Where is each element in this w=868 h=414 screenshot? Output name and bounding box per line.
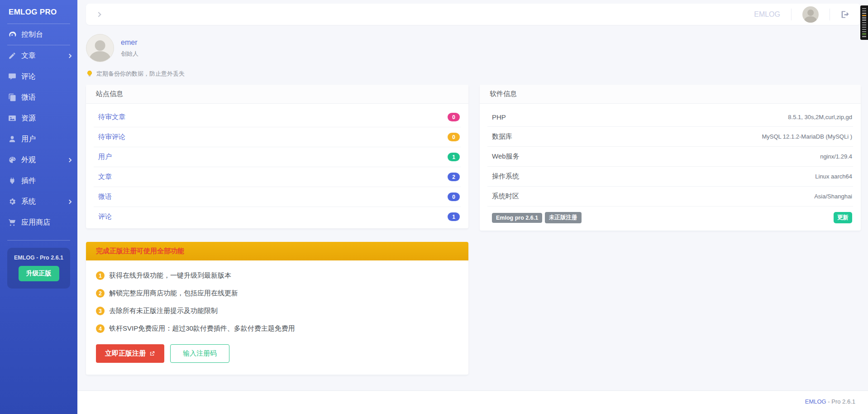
tip-text: 定期备份你的数据，防止意外丢失 — [96, 70, 185, 78]
upgrade-button[interactable]: 升级正版 — [19, 266, 59, 281]
media-icon — [8, 114, 16, 122]
sidebar-item-notes[interactable]: 微语 — [0, 87, 77, 108]
os-value: Linux aarch64 — [815, 173, 852, 180]
count-badge: 0 — [448, 133, 460, 141]
topbar-right: EMLOG — [754, 6, 850, 23]
site-info-title: 站点信息 — [86, 85, 468, 104]
sidebar-item-label: 资源 — [21, 114, 36, 123]
sidebar-item-articles[interactable]: 文章 — [0, 45, 77, 66]
site-info-row: 评论 1 — [94, 207, 461, 226]
benefit-item: 2 解锁完整应用商店功能，包括应用在线更新 — [96, 289, 458, 298]
software-info-row: 数据库 MySQL 12.1.2-MariaDB (MySQLi ) — [487, 127, 853, 147]
sidebar-item-system[interactable]: 系统 — [0, 191, 77, 212]
sidebar-item-label: 评论 — [21, 72, 36, 82]
sidebar-item-store[interactable]: 应用商店 — [0, 212, 77, 233]
topbar: EMLOG — [86, 4, 861, 25]
site-home-link[interactable]: EMLOG — [754, 10, 780, 19]
logout-icon[interactable] — [841, 10, 850, 19]
benefit-text: 获得在线升级功能，一键升级到最新版本 — [109, 271, 231, 280]
profile-block: emer 创始人 — [86, 34, 861, 62]
software-info-row: 操作系统 Linux aarch64 — [487, 167, 853, 187]
dashboard-icon — [8, 30, 16, 39]
sidebar-item-label: 控制台 — [21, 30, 43, 39]
upgrade-box: EMLOG - Pro 2.6.1 升级正版 — [7, 248, 70, 289]
app-logo: EMLOG PRO — [7, 0, 70, 24]
chevron-right-icon — [67, 53, 72, 58]
php-label: PHP — [492, 113, 506, 121]
pending-articles-link[interactable]: 待审文章 — [98, 113, 125, 121]
sidebar-item-label: 文章 — [21, 51, 36, 61]
benefit-number-badge: 2 — [96, 289, 105, 298]
register-now-button[interactable]: 立即正版注册 — [96, 344, 164, 363]
sidebar-item-plugins[interactable]: 插件 — [0, 170, 77, 191]
lightbulb-icon — [86, 70, 93, 77]
site-info-row: 用户 1 — [94, 147, 461, 167]
sidebar-item-users[interactable]: 用户 — [0, 129, 77, 149]
software-info-title: 软件信息 — [480, 85, 861, 104]
sidebar: EMLOG PRO 控制台 文章 评论 微语 资源 用 — [0, 0, 77, 414]
topbar-divider — [830, 9, 830, 20]
version-badges: Emlog pro 2.6.1 未正版注册 — [492, 212, 582, 223]
monitor-bars — [862, 8, 866, 37]
site-info-row: 文章 2 — [94, 167, 461, 187]
count-badge: 0 — [448, 113, 460, 121]
sidebar-footer: EMLOG - Pro 2.6.1 升级正版 — [7, 240, 70, 289]
users-link[interactable]: 用户 — [98, 153, 112, 161]
sidebar-item-label: 系统 — [21, 197, 36, 207]
timezone-value: Asia/Shanghai — [814, 193, 852, 200]
breadcrumb-chevron-icon — [96, 12, 101, 17]
footer-brand-link[interactable]: EMLOG — [805, 398, 826, 405]
comment-icon — [8, 72, 16, 81]
software-info-row: PHP 8.5.1, 30s,2M,curl,zip,gd — [487, 107, 853, 127]
store-icon — [8, 218, 16, 226]
profile-avatar[interactable] — [86, 34, 114, 62]
site-info-row: 待审文章 0 — [94, 107, 461, 127]
comments-link[interactable]: 评论 — [98, 212, 112, 221]
benefit-item: 3 去除所有未正版注册提示及功能限制 — [96, 307, 458, 315]
sidebar-item-comments[interactable]: 评论 — [0, 66, 77, 87]
benefit-item: 4 铁杆SVIP免费应用：超过30款付费插件、多款付费主题免费用 — [96, 324, 458, 333]
benefit-text: 去除所有未正版注册提示及功能限制 — [109, 307, 218, 315]
sidebar-item-dashboard[interactable]: 控制台 — [0, 24, 77, 45]
sidebar-item-appearance[interactable]: 外观 — [0, 149, 77, 170]
sidebar-item-label: 微语 — [21, 93, 36, 102]
username-link[interactable]: emer — [121, 39, 138, 47]
sidebar-version-label: EMLOG - Pro 2.6.1 — [12, 255, 66, 261]
appearance-icon — [8, 156, 16, 164]
activity-monitor-widget — [860, 5, 868, 40]
register-now-label: 立即正版注册 — [105, 349, 146, 358]
topbar-divider — [791, 9, 792, 20]
benefit-number-badge: 4 — [96, 324, 105, 333]
os-label: 操作系统 — [492, 172, 519, 181]
notes-link[interactable]: 微语 — [98, 193, 112, 201]
plugin-icon — [8, 177, 16, 185]
monitor-bar-orange — [862, 15, 866, 16]
timezone-label: 系统时区 — [492, 192, 519, 201]
notes-icon — [8, 93, 16, 101]
articles-link[interactable]: 文章 — [98, 173, 112, 181]
php-value: 8.5.1, 30s,2M,curl,zip,gd — [788, 114, 852, 120]
webserver-label: Web服务 — [492, 152, 520, 161]
sidebar-item-media[interactable]: 资源 — [0, 108, 77, 129]
update-badge[interactable]: 更新 — [834, 212, 852, 223]
license-status-badge: 未正版注册 — [545, 212, 582, 223]
sidebar-item-label: 插件 — [21, 176, 36, 186]
enter-code-button[interactable]: 输入注册码 — [170, 344, 229, 363]
page-footer: EMLOG - Pro 2.6.1 — [77, 390, 868, 414]
topbar-avatar[interactable] — [802, 6, 819, 23]
database-value: MySQL 12.1.2-MariaDB (MySQLi ) — [762, 133, 852, 140]
benefit-text: 铁杆SVIP免费应用：超过30款付费插件、多款付费主题免费用 — [109, 324, 295, 333]
backup-tip: 定期备份你的数据，防止意外丢失 — [86, 70, 861, 78]
sidebar-item-label: 应用商店 — [21, 218, 50, 227]
monitor-bar-green — [862, 34, 866, 34]
site-info-list: 待审文章 0 待审评论 0 用户 1 文章 2 微语 0 — [86, 104, 468, 228]
article-icon — [8, 52, 16, 60]
external-link-icon — [149, 351, 155, 357]
pending-comments-link[interactable]: 待审评论 — [98, 133, 125, 141]
software-version-row: Emlog pro 2.6.1 未正版注册 更新 — [487, 207, 853, 229]
sidebar-item-label: 外观 — [21, 155, 36, 165]
software-info-row: Web服务 nginx/1.29.4 — [487, 147, 853, 167]
sidebar-item-label: 用户 — [21, 135, 36, 144]
benefit-number-badge: 3 — [96, 307, 105, 315]
register-banner-card: 完成正版注册可使用全部功能 1 获得在线升级功能，一键升级到最新版本 2 解锁完… — [86, 242, 468, 375]
